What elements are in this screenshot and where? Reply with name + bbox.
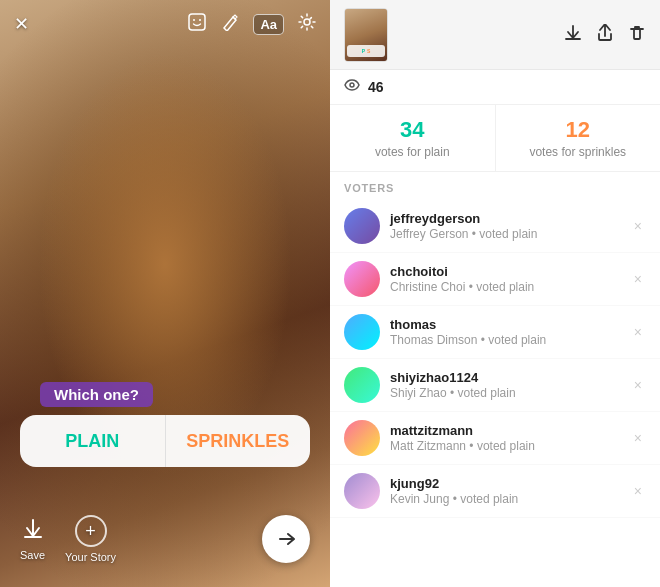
voter-info: shiyizhao1124Shiyi Zhao • voted plain (390, 370, 630, 400)
story-preview-thumbnail: P S (344, 8, 388, 62)
voter-info: chchoitoiChristine Choi • voted plain (390, 264, 630, 294)
voter-avatar (344, 208, 380, 244)
voter-username: mattzitzmann (390, 423, 630, 438)
left-top-bar: ✕ Aa (0, 0, 330, 48)
voter-row: shiyizhao1124Shiyi Zhao • voted plain× (330, 359, 660, 412)
poll-question: Which one? (40, 382, 153, 407)
view-count: 46 (368, 79, 384, 95)
download-icon[interactable] (564, 24, 582, 46)
close-button[interactable]: ✕ (14, 13, 29, 35)
voter-username: chchoitoi (390, 264, 630, 279)
story-preview-thumb-container: P S (344, 8, 388, 62)
voter-avatar (344, 261, 380, 297)
svg-point-3 (304, 19, 310, 25)
voters-list[interactable]: jeffreydgersonJeffrey Gerson • voted pla… (330, 200, 660, 587)
eye-icon (344, 78, 360, 96)
svg-rect-0 (189, 14, 205, 30)
voter-avatar (344, 473, 380, 509)
plain-votes-col: 34 votes for plain (330, 105, 496, 171)
plain-vote-label: votes for plain (375, 145, 450, 159)
voter-dismiss-button[interactable]: × (630, 426, 646, 450)
voter-detail: Christine Choi • voted plain (390, 280, 630, 294)
voter-username: jeffreydgerson (390, 211, 630, 226)
vote-counts-section: 34 votes for plain 12 votes for sprinkle… (330, 105, 660, 172)
your-story-label: Your Story (65, 551, 116, 563)
share-icon[interactable] (596, 24, 614, 46)
text-tool-button[interactable]: Aa (253, 14, 284, 35)
story-stats-panel: P S (330, 0, 660, 587)
save-label: Save (20, 549, 45, 561)
settings-icon[interactable] (298, 13, 316, 35)
story-editor-panel: ✕ Aa (0, 0, 330, 587)
right-top-bar-actions (564, 24, 646, 46)
voter-row: chchoitoiChristine Choi • voted plain× (330, 253, 660, 306)
save-icon (22, 518, 44, 545)
voter-avatar (344, 420, 380, 456)
voter-avatar (344, 314, 380, 350)
voter-username: kjung92 (390, 476, 630, 491)
voter-row: kjung92Kevin Jung • voted plain× (330, 465, 660, 518)
voter-detail: Jeffrey Gerson • voted plain (390, 227, 630, 241)
poll-sticker: Which one? PLAIN SPRINKLES (20, 382, 310, 467)
voter-dismiss-button[interactable]: × (630, 479, 646, 503)
voter-avatar (344, 367, 380, 403)
voter-username: thomas (390, 317, 630, 332)
voter-info: thomasThomas Dimson • voted plain (390, 317, 630, 347)
voter-dismiss-button[interactable]: × (630, 214, 646, 238)
sprinkles-votes-col: 12 votes for sprinkles (496, 105, 661, 171)
voter-row: jeffreydgersonJeffrey Gerson • voted pla… (330, 200, 660, 253)
svg-point-1 (193, 19, 195, 21)
voters-section-header: VOTERS (330, 172, 660, 200)
svg-point-2 (199, 19, 201, 21)
voter-dismiss-button[interactable]: × (630, 267, 646, 291)
voter-detail: Matt Zitzmann • voted plain (390, 439, 630, 453)
sticker-icon[interactable] (187, 12, 207, 36)
toolbar-icons: Aa (187, 12, 316, 36)
voter-row: thomasThomas Dimson • voted plain× (330, 306, 660, 359)
plain-vote-count: 34 (400, 117, 424, 143)
left-bottom-bar: Save + Your Story (0, 499, 330, 587)
voter-info: kjung92Kevin Jung • voted plain (390, 476, 630, 506)
voter-detail: Kevin Jung • voted plain (390, 492, 630, 506)
voter-dismiss-button[interactable]: × (630, 373, 646, 397)
delete-icon[interactable] (628, 24, 646, 46)
view-stats-bar: 46 (330, 70, 660, 105)
voter-detail: Thomas Dimson • voted plain (390, 333, 630, 347)
sprinkles-vote-label: votes for sprinkles (529, 145, 626, 159)
svg-point-4 (350, 83, 354, 87)
voter-info: jeffreydgersonJeffrey Gerson • voted pla… (390, 211, 630, 241)
save-button[interactable]: Save (20, 518, 45, 561)
voter-row: mattzitzmannMatt Zitzmann • voted plain× (330, 412, 660, 465)
add-story-icon: + (75, 515, 107, 547)
draw-icon[interactable] (221, 13, 239, 35)
right-top-bar: P S (330, 0, 660, 70)
poll-options-container[interactable]: PLAIN SPRINKLES (20, 415, 310, 467)
voter-dismiss-button[interactable]: × (630, 320, 646, 344)
poll-option-plain[interactable]: PLAIN (20, 415, 166, 467)
voter-username: shiyizhao1124 (390, 370, 630, 385)
sprinkles-vote-count: 12 (566, 117, 590, 143)
voter-info: mattzitzmannMatt Zitzmann • voted plain (390, 423, 630, 453)
poll-option-sprinkles[interactable]: SPRINKLES (166, 415, 311, 467)
next-button[interactable] (262, 515, 310, 563)
your-story-button[interactable]: + Your Story (65, 515, 116, 563)
voter-detail: Shiyi Zhao • voted plain (390, 386, 630, 400)
